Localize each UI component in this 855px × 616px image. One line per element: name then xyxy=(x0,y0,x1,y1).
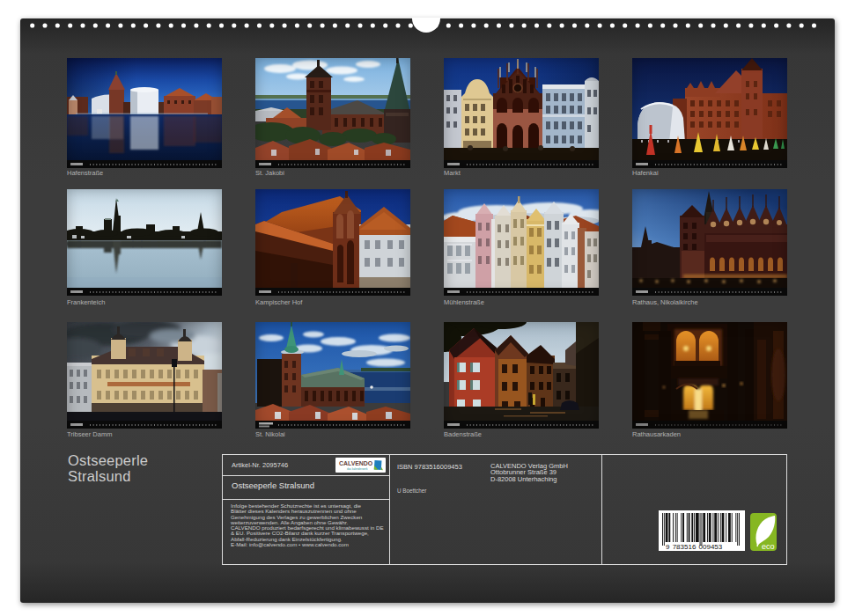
svg-text:CALVENDO: CALVENDO xyxy=(339,460,373,466)
svg-text:9 783516 009453: 9 783516 009453 xyxy=(666,543,723,551)
svg-text:eco: eco xyxy=(762,542,775,551)
svg-text:das kalenderwerk: das kalenderwerk xyxy=(347,467,368,471)
